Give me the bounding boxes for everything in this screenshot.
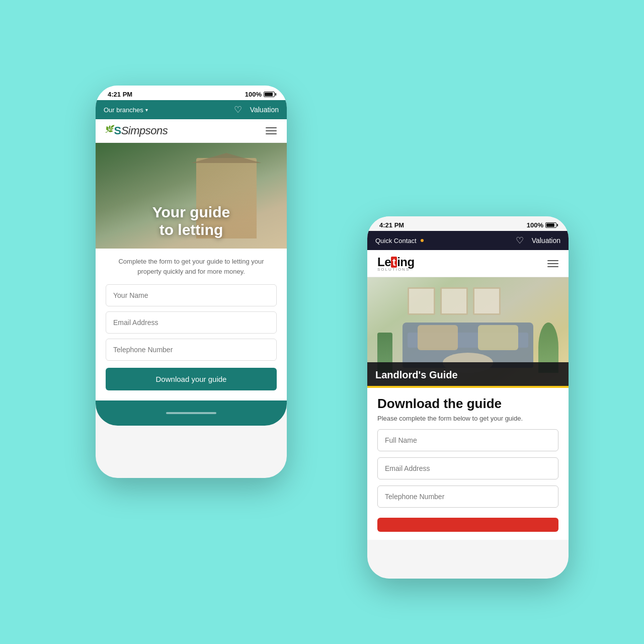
valuation-link-2[interactable]: Valuation bbox=[532, 236, 560, 245]
battery-icon-1 bbox=[264, 92, 275, 97]
battery-area-2: 100% bbox=[527, 221, 556, 229]
battery-area-1: 100% bbox=[245, 91, 275, 98]
hero-image-1: Your guide to letting bbox=[96, 143, 287, 249]
section-title-2: Download the guide bbox=[377, 396, 558, 412]
t-house-icon: t bbox=[391, 257, 397, 268]
heart-icon-2[interactable]: ♡ bbox=[516, 235, 524, 246]
phone-simpsons: 4:21 PM 100% Our branches ▾ ♡ Valuation … bbox=[96, 86, 287, 478]
name-input-1[interactable] bbox=[106, 284, 277, 306]
form-section-1: Complete the form to get your guide to l… bbox=[96, 249, 287, 400]
battery-pct-2: 100% bbox=[527, 221, 543, 229]
phone-input-1[interactable] bbox=[106, 339, 277, 361]
branches-arrow-icon: ▾ bbox=[145, 107, 148, 113]
status-bar-1: 4:21 PM 100% bbox=[96, 86, 287, 100]
landlord-guide-overlay: Landlord's Guide bbox=[367, 362, 569, 388]
nav-bar-2: Quick Contact ♡ Valuation bbox=[367, 231, 569, 250]
home-indicator-1 bbox=[166, 412, 216, 414]
name-input-2[interactable] bbox=[377, 429, 558, 451]
hero-title-1: Your guide to letting bbox=[152, 204, 230, 238]
contact-link[interactable]: Quick Contact bbox=[375, 237, 424, 245]
valuation-link-1[interactable]: Valuation bbox=[250, 106, 279, 114]
form-section-2: Download the guide Please complete the f… bbox=[367, 388, 569, 540]
scene: 4:21 PM 100% Our branches ▾ ♡ Valuation … bbox=[45, 45, 599, 599]
hero-image-2: Landlord's Guide bbox=[367, 277, 569, 388]
app-header-1: 🌿SSimpsons bbox=[96, 119, 287, 143]
phone-letting: 4:21 PM 100% Quick Contact ♡ Valuation L… bbox=[367, 216, 569, 579]
submit-button-2[interactable] bbox=[377, 518, 558, 532]
letting-logo: Leting SOLUTIONS bbox=[377, 255, 415, 272]
email-input-2[interactable] bbox=[377, 457, 558, 479]
guide-title: Landlord's Guide bbox=[375, 369, 458, 381]
simpsons-logo: 🌿SSimpsons bbox=[106, 124, 168, 137]
hamburger-menu-2[interactable] bbox=[547, 260, 558, 267]
battery-pct-1: 100% bbox=[245, 91, 262, 98]
branches-link[interactable]: Our branches ▾ bbox=[104, 106, 148, 114]
email-input-1[interactable] bbox=[106, 311, 277, 334]
status-bar-2: 4:21 PM 100% bbox=[367, 216, 569, 231]
bottom-bar-1 bbox=[96, 400, 287, 426]
time-2: 4:21 PM bbox=[379, 221, 404, 229]
form-description-2: Please complete the form below to get yo… bbox=[377, 415, 558, 422]
download-guide-button-1[interactable]: Download your guide bbox=[106, 368, 277, 390]
yellow-accent-bar bbox=[367, 386, 569, 388]
form-description-1: Complete the form to get your guide to l… bbox=[106, 257, 277, 276]
hamburger-menu-1[interactable] bbox=[266, 127, 277, 134]
battery-icon-2 bbox=[545, 222, 556, 228]
leaf-icon: 🌿 bbox=[105, 125, 113, 133]
phone-input-2[interactable] bbox=[377, 486, 558, 508]
nav-bar-1: Our branches ▾ ♡ Valuation bbox=[96, 100, 287, 119]
heart-icon-1[interactable]: ♡ bbox=[234, 104, 242, 115]
time-1: 4:21 PM bbox=[108, 91, 132, 98]
app-header-2: Leting SOLUTIONS bbox=[367, 250, 569, 277]
contact-dot-icon bbox=[421, 239, 424, 242]
